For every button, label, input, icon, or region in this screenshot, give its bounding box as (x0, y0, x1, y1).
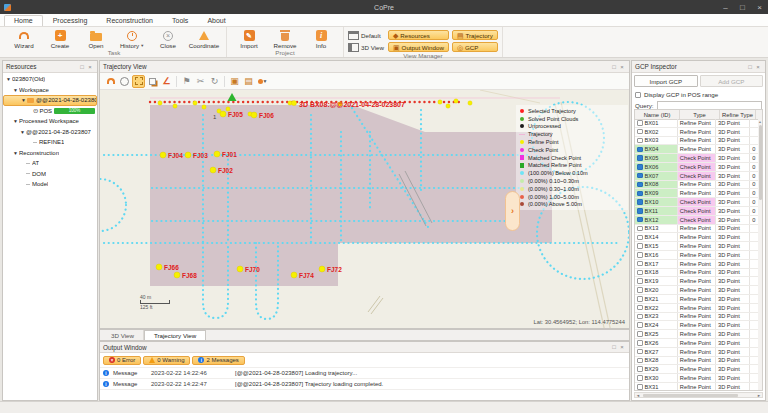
row-checkbox[interactable] (637, 191, 643, 197)
gcp-point-fj72[interactable] (319, 266, 325, 272)
row-checkbox[interactable] (637, 384, 643, 390)
row-checkbox[interactable] (637, 129, 643, 135)
tab-about[interactable]: About (198, 16, 234, 26)
pin-icon[interactable]: □ (746, 64, 754, 70)
close-icon[interactable]: × (86, 64, 94, 70)
tree-item-2021-04-28-023807[interactable]: ▼@@2021-04-28-023807 (3, 95, 97, 106)
view-tab-trajectory-view[interactable]: Trajectory View (144, 330, 206, 340)
gcp-point-fj70[interactable] (237, 266, 243, 272)
gcp-point-fj06[interactable] (251, 112, 257, 118)
magnet-tool-icon[interactable] (104, 75, 117, 88)
row-checkbox[interactable] (637, 155, 643, 161)
tree-item-2021-04-28-023807[interactable]: ▼@@2021-04-28-023807 (3, 127, 97, 138)
gcp-row-bx30[interactable]: BX30Refine Point3D Point (635, 374, 758, 383)
row-checkbox[interactable] (637, 322, 643, 328)
gcp-row-bx23[interactable]: BX23Refine Point3D Point (635, 313, 758, 322)
gcp-row-bx26[interactable]: BX26Refine Point3D Point (635, 339, 758, 348)
scrollbar-thumb[interactable] (759, 125, 762, 200)
row-checkbox[interactable] (637, 287, 643, 293)
filter-0-error[interactable]: ×0 Error (103, 356, 141, 365)
minimize-button[interactable]: – (717, 0, 734, 14)
row-checkbox[interactable] (637, 243, 643, 249)
scroll-left-icon[interactable]: ◄ (635, 393, 641, 397)
gcp-row-bx10[interactable]: BX10Check Point3D Point0 (635, 198, 758, 207)
expander-icon[interactable]: ▼ (5, 76, 12, 82)
row-checkbox[interactable] (637, 217, 643, 223)
tab-tools[interactable]: Tools (163, 16, 197, 26)
gcp-row-bx28[interactable]: BX28Refine Point3D Point (635, 357, 758, 366)
add-gcp-button[interactable]: Add GCP (700, 75, 764, 87)
gcp-point-fj68[interactable] (174, 272, 180, 278)
import-gcp-button[interactable]: Import GCP (634, 75, 698, 87)
gcp-row-bx07[interactable]: BX07Check Point3D Point0 (635, 172, 758, 181)
gcp-row-bx17[interactable]: BX17Refine Point3D Point (635, 260, 758, 269)
horizontal-scrollbar[interactable]: ◄ ► (634, 392, 763, 398)
expander-icon[interactable]: ▼ (12, 118, 19, 124)
expander-icon[interactable]: ▼ (12, 150, 19, 156)
row-checkbox[interactable] (637, 252, 643, 258)
view-toggle-default[interactable]: Default (348, 30, 384, 40)
gcp-row-bx11[interactable]: BX11Check Point3D Point0 (635, 207, 758, 216)
tab-processing[interactable]: Processing (44, 16, 97, 26)
close-button[interactable]: × (751, 0, 768, 14)
gcp-row-bx02[interactable]: BX02Refine Point3D Point (635, 128, 758, 137)
legend-collapse-button[interactable]: › (505, 191, 520, 231)
scroll-right-icon[interactable]: ► (756, 393, 762, 397)
expander-icon[interactable]: ▼ (12, 87, 19, 93)
close-icon[interactable]: × (618, 64, 626, 70)
ribbon-button-open[interactable]: Open (78, 28, 114, 49)
gcp-row-bx22[interactable]: BX22Refine Point3D Point (635, 304, 758, 313)
scrollbar-thumb[interactable] (643, 394, 738, 397)
gcp-row-bx31[interactable]: BX31Refine Point3D Point (635, 383, 758, 390)
gcp-row-bx21[interactable]: BX21Refine Point3D Point (635, 295, 758, 304)
log-row[interactable]: iMessage2023-02-22 14:22:46[@@2021-04-28… (100, 368, 629, 379)
gcp-point-fj04[interactable] (160, 152, 166, 158)
tree-item-pos[interactable]: ⊙POS100% (3, 106, 97, 117)
gcp-point-fj66[interactable] (156, 264, 162, 270)
refresh-tool-icon[interactable]: ↻ (208, 75, 221, 88)
row-checkbox[interactable] (637, 270, 643, 276)
pin-icon[interactable]: □ (610, 64, 618, 70)
gcp-row-bx06[interactable]: BX06Check Point3D Point0 (635, 163, 758, 172)
export-tool-icon[interactable]: ▣ (228, 75, 241, 88)
select-rect-tool-icon[interactable] (132, 75, 145, 88)
scissors-tool-icon[interactable]: ✂ (194, 75, 207, 88)
tree-item-023807-old[interactable]: ▼023807(Old) (3, 74, 97, 85)
view-tab-3d-view[interactable]: 3D View (102, 330, 144, 340)
gcp-row-bx24[interactable]: BX24Refine Point3D Point (635, 321, 758, 330)
gcp-point-fj01[interactable] (214, 151, 220, 157)
gcp-row-bx16[interactable]: BX16Refine Point3D Point (635, 251, 758, 260)
close-icon[interactable]: × (618, 344, 626, 350)
gcp-row-bx29[interactable]: BX29Refine Point3D Point (635, 365, 758, 374)
row-checkbox[interactable] (637, 349, 643, 355)
gcp-row-bx05[interactable]: BX05Check Point3D Point0 (635, 154, 758, 163)
gcp-row-bx13[interactable]: BX13Refine Point3D Point (635, 225, 758, 234)
log-row[interactable]: iMessage2023-02-22 14:22:47[@@2021-04-28… (100, 379, 629, 390)
row-checkbox[interactable] (637, 261, 643, 267)
dot-menu-tool-icon[interactable]: ▼ (256, 75, 269, 88)
gcp-point-fj02[interactable] (210, 167, 216, 173)
column-header-refine-type[interactable]: Refine Type (720, 110, 756, 119)
ribbon-button-create[interactable]: +Create (42, 28, 78, 49)
trajectory-map[interactable]: 3D BX08:@@2021-04-28-0238071FJ05FJ06FJ04… (100, 90, 629, 328)
gcp-row-bx04[interactable]: BX04Refine Point3D Point0 (635, 145, 758, 154)
angle-tool-icon[interactable]: ∠ (160, 75, 173, 88)
eye-icon[interactable]: ⊙ (33, 107, 38, 115)
row-checkbox[interactable] (637, 208, 643, 214)
row-checkbox[interactable] (637, 278, 643, 284)
expander-icon[interactable]: ▼ (20, 97, 27, 103)
row-checkbox[interactable] (637, 164, 643, 170)
ribbon-button-history[interactable]: History▼ (114, 28, 150, 49)
row-checkbox[interactable] (637, 340, 643, 346)
row-checkbox[interactable] (637, 305, 643, 311)
row-checkbox[interactable] (637, 138, 643, 144)
expander-icon[interactable]: ▼ (19, 129, 26, 135)
ribbon-button-wizard[interactable]: Wizard (6, 28, 42, 49)
gcp-point-fj74[interactable] (291, 272, 297, 278)
gcp-row-bx14[interactable]: BX14Refine Point3D Point (635, 233, 758, 242)
row-checkbox[interactable] (637, 314, 643, 320)
layers-tool-icon[interactable] (146, 75, 159, 88)
column-header-type[interactable]: Type (680, 110, 720, 119)
gcp-row-bx03[interactable]: BX03Refine Point3D Point (635, 137, 758, 146)
row-checkbox[interactable] (637, 358, 643, 364)
